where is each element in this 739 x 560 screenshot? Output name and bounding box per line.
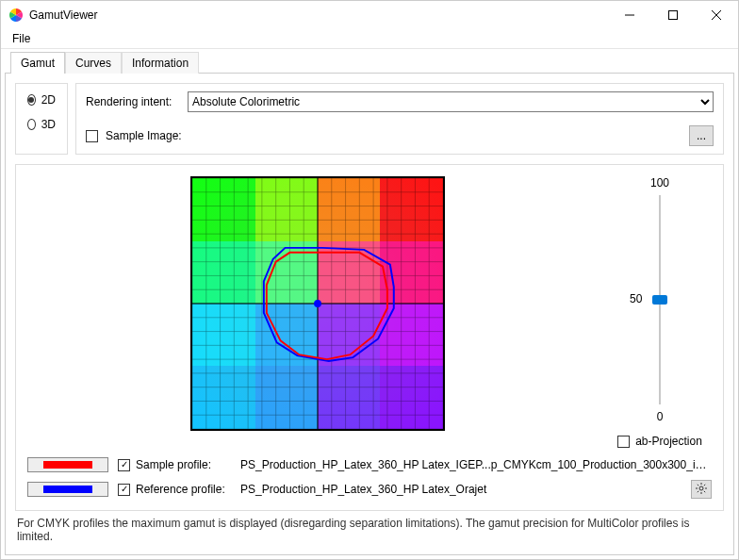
sample-profile-text: PS_Production_HP_Latex_360_HP Latex_IGEP… (240, 458, 712, 471)
rendering-intent-select[interactable]: Absolute Colorimetric (188, 91, 714, 112)
ab-projection-label: ab-Projection (635, 435, 702, 448)
maximize-button[interactable] (651, 1, 695, 29)
tab-gamut[interactable]: Gamut (10, 52, 65, 74)
reference-profile-row: ✓ Reference profile: PS_Production_HP_La… (27, 480, 712, 499)
plot-row: 100 50 0 ab-Projection (27, 176, 712, 448)
footer-note: For CMYK profiles the maximum gamut is d… (15, 511, 724, 545)
close-button[interactable] (695, 1, 738, 29)
sample-profile-row: ✓ Sample profile: PS_Production_HP_Latex… (27, 457, 712, 472)
svg-line-66 (704, 484, 705, 485)
sample-profile-label: Sample profile: (136, 458, 211, 471)
radio-indicator (27, 119, 36, 130)
sample-profile-checkbox[interactable]: ✓ (118, 459, 130, 471)
sample-image-row: Sample Image: ... (86, 125, 714, 146)
options-row: 2D 3D Rendering intent: Absolute Colorim… (15, 83, 724, 155)
radio-indicator (27, 94, 36, 106)
legend: ✓ Sample profile: PS_Production_HP_Latex… (27, 457, 712, 499)
tabstrip: Gamut Curves Information (5, 51, 734, 73)
svg-point-58 (699, 486, 703, 490)
tab-curves[interactable]: Curves (65, 52, 122, 74)
minimize-button[interactable] (608, 1, 651, 29)
browse-button[interactable]: ... (689, 125, 714, 146)
app-icon (8, 8, 24, 23)
settings-button[interactable] (691, 480, 712, 499)
tab-information[interactable]: Information (122, 52, 199, 74)
titlebar: GamutViewer (1, 1, 738, 29)
client-area: Gamut Curves Information 2D 3D (1, 48, 738, 559)
svg-line-65 (698, 490, 698, 491)
gear-icon (696, 483, 707, 497)
rendering-intent-row: Rendering intent: Absolute Colorimetric (86, 91, 714, 112)
menubar: File (1, 29, 738, 48)
gamut-plot[interactable] (190, 176, 445, 431)
svg-line-63 (698, 484, 698, 485)
sample-image-label: Sample Image: (106, 129, 182, 142)
app-window: GamutViewer File Gamut Curves Informatio… (0, 0, 739, 560)
lightness-slider[interactable]: 50 (650, 195, 669, 404)
slider-thumb[interactable] (652, 295, 667, 305)
tab-panel-gamut: 2D 3D Rendering intent: Absolute Colorim… (5, 73, 734, 555)
view-mode-box: 2D 3D (15, 83, 68, 155)
plot-wrapper (27, 176, 608, 448)
window-title: GamutViewer (29, 8, 608, 22)
radio-3d-label: 3D (41, 118, 56, 131)
menu-file[interactable]: File (8, 30, 34, 47)
reference-profile-checkbox[interactable]: ✓ (118, 484, 130, 496)
gamut-view-box: 100 50 0 ab-Projection (15, 164, 724, 511)
svg-rect-2 (669, 11, 678, 20)
svg-line-64 (704, 490, 705, 491)
options-box: Rendering intent: Absolute Colorimetric … (75, 83, 724, 155)
reference-profile-text: PS_Production_HP_Latex_360_HP Latex_Oraj… (240, 483, 682, 496)
lightness-slider-area: 100 50 0 ab-Projection (608, 176, 712, 448)
reference-swatch (27, 482, 108, 497)
sample-swatch (27, 457, 108, 472)
radio-2d-label: 2D (41, 93, 56, 107)
slider-mid-label: 50 (630, 292, 642, 305)
ab-projection-checkbox[interactable] (617, 436, 630, 448)
sample-image-checkbox[interactable] (86, 130, 98, 142)
ab-projection-row: ab-Projection (617, 435, 702, 448)
rendering-intent-label: Rendering intent: (86, 95, 180, 108)
slider-max-label: 100 (650, 176, 669, 189)
svg-point-57 (314, 300, 321, 307)
radio-3d[interactable]: 3D (27, 118, 56, 131)
radio-2d[interactable]: 2D (27, 93, 56, 107)
slider-min-label: 0 (657, 410, 664, 423)
reference-profile-label: Reference profile: (136, 483, 225, 496)
